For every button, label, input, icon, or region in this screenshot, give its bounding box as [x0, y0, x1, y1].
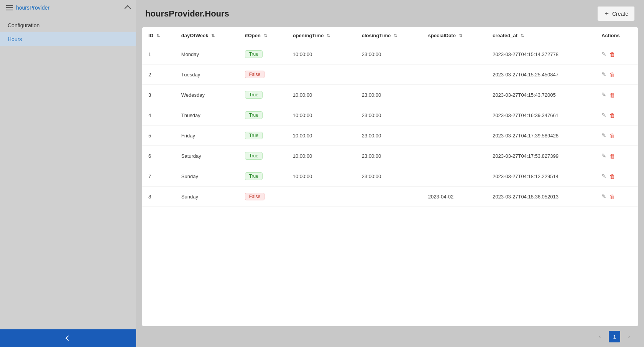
col-actions: Actions [595, 27, 638, 44]
cell-ifopen: True [239, 44, 287, 64]
ifopen-badge: False [245, 71, 264, 78]
cell-createdat: 2023-03-27T04:17:53.827399 [486, 146, 595, 166]
cell-dayofweek: Thusday [175, 105, 239, 126]
cell-actions: ✎ 🗑 [595, 166, 638, 187]
cell-id: 2 [142, 64, 175, 85]
cell-openingtime [287, 64, 356, 85]
cell-createdat: 2023-03-27T04:15:14.372778 [486, 44, 595, 64]
cell-dayofweek: Sunday [175, 187, 239, 207]
cell-actions: ✎ 🗑 [595, 85, 638, 105]
edit-icon[interactable]: ✎ [601, 51, 606, 58]
edit-icon[interactable]: ✎ [601, 152, 606, 159]
cell-ifopen: False [239, 187, 287, 207]
cell-dayofweek: Saturday [175, 146, 239, 166]
delete-icon[interactable]: 🗑 [610, 193, 615, 200]
main-header: hoursProvider.Hours ＋ Create [136, 0, 644, 27]
col-createdat[interactable]: created_at ⇅ [486, 27, 595, 44]
col-dayofweek[interactable]: dayOfWeek ⇅ [175, 27, 239, 44]
delete-icon[interactable]: 🗑 [610, 153, 615, 159]
cell-openingtime: 10:00:00 [287, 105, 356, 126]
edit-icon[interactable]: ✎ [601, 193, 606, 200]
hamburger-icon[interactable] [6, 5, 13, 10]
cell-actions: ✎ 🗑 [595, 64, 638, 85]
cell-dayofweek: Monday [175, 44, 239, 64]
edit-icon[interactable]: ✎ [601, 71, 606, 78]
table-row: 8 Sunday False 2023-04-02 2023-03-27T04:… [142, 187, 638, 207]
edit-icon[interactable]: ✎ [601, 132, 606, 139]
ifopen-badge: False [245, 193, 264, 200]
chevron-up-icon[interactable] [125, 5, 131, 12]
col-ifopen[interactable]: ifOpen ⇅ [239, 27, 287, 44]
cell-id: 5 [142, 126, 175, 146]
sidebar-item-configuration[interactable]: Configuration [0, 18, 136, 32]
sort-icon-openingtime: ⇅ [327, 33, 330, 38]
table-row: 2 Tuesday False 2023-03-27T04:15:25.4508… [142, 64, 638, 85]
sort-icon-dayofweek: ⇅ [211, 33, 215, 38]
cell-dayofweek: Tuesday [175, 64, 239, 85]
sidebar-title: hoursProvider [16, 5, 49, 11]
ifopen-badge: True [245, 172, 263, 180]
pagination-page-1[interactable]: 1 [609, 331, 620, 342]
cell-dayofweek: Friday [175, 126, 239, 146]
ifopen-badge: True [245, 50, 263, 58]
delete-icon[interactable]: 🗑 [610, 173, 615, 180]
cell-openingtime: 10:00:00 [287, 85, 356, 105]
cell-createdat: 2023-03-27T04:15:25.450847 [486, 64, 595, 85]
sort-icon-specialdate: ⇅ [459, 33, 462, 38]
sidebar-footer[interactable] [0, 329, 136, 347]
data-table-container: ID ⇅ dayOfWeek ⇅ ifOpen ⇅ openingTime ⇅ … [142, 27, 638, 326]
table-row: 1 Monday True 10:00:00 23:00:00 2023-03-… [142, 44, 638, 64]
cell-ifopen: True [239, 126, 287, 146]
table-row: 5 Friday True 10:00:00 23:00:00 2023-03-… [142, 126, 638, 146]
sidebar-item-hours[interactable]: Hours [0, 32, 136, 46]
create-button[interactable]: ＋ Create [597, 6, 635, 21]
pagination-next[interactable]: › [623, 331, 635, 342]
delete-icon[interactable]: 🗑 [610, 92, 615, 98]
ifopen-badge: True [245, 152, 263, 160]
sort-icon-closingtime: ⇅ [394, 33, 397, 38]
cell-closingtime [356, 64, 422, 85]
pagination: ‹ 1 › [136, 326, 644, 347]
cell-specialdate [422, 85, 486, 105]
pagination-prev[interactable]: ‹ [594, 331, 606, 342]
col-closingtime[interactable]: closingTime ⇅ [356, 27, 422, 44]
edit-icon[interactable]: ✎ [601, 91, 606, 98]
table-row: 3 Wedesday True 10:00:00 23:00:00 2023-0… [142, 85, 638, 105]
col-openingtime[interactable]: openingTime ⇅ [287, 27, 356, 44]
cell-createdat: 2023-03-27T04:16:39.347661 [486, 105, 595, 126]
next-arrow-icon: › [628, 334, 630, 339]
ifopen-badge: True [245, 111, 263, 119]
delete-icon[interactable]: 🗑 [610, 71, 615, 78]
sort-icon-createdat: ⇅ [521, 33, 524, 38]
cell-specialdate [422, 146, 486, 166]
cell-actions: ✎ 🗑 [595, 105, 638, 126]
cell-id: 4 [142, 105, 175, 126]
cell-actions: ✎ 🗑 [595, 187, 638, 207]
cell-closingtime: 23:00:00 [356, 105, 422, 126]
cell-closingtime: 23:00:00 [356, 166, 422, 187]
cell-actions: ✎ 🗑 [595, 126, 638, 146]
cell-createdat: 2023-03-27T04:17:39.589428 [486, 126, 595, 146]
cell-ifopen: False [239, 64, 287, 85]
delete-icon[interactable]: 🗑 [610, 51, 615, 58]
cell-ifopen: True [239, 146, 287, 166]
cell-createdat: 2023-03-27T04:18:36.052013 [486, 187, 595, 207]
delete-icon[interactable]: 🗑 [610, 132, 615, 139]
cell-ifopen: True [239, 85, 287, 105]
hours-table: ID ⇅ dayOfWeek ⇅ ifOpen ⇅ openingTime ⇅ … [142, 27, 638, 207]
cell-specialdate [422, 126, 486, 146]
cell-ifopen: True [239, 166, 287, 187]
edit-icon[interactable]: ✎ [601, 173, 606, 180]
table-row: 7 Sunday True 10:00:00 23:00:00 2023-03-… [142, 166, 638, 187]
page-title: hoursProvider.Hours [145, 9, 229, 19]
cell-openingtime [287, 187, 356, 207]
edit-icon[interactable]: ✎ [601, 112, 606, 119]
cell-openingtime: 10:00:00 [287, 44, 356, 64]
cell-dayofweek: Sunday [175, 166, 239, 187]
col-id[interactable]: ID ⇅ [142, 27, 175, 44]
delete-icon[interactable]: 🗑 [610, 112, 615, 119]
cell-openingtime: 10:00:00 [287, 166, 356, 187]
cell-id: 7 [142, 166, 175, 187]
col-specialdate[interactable]: specialDate ⇅ [422, 27, 486, 44]
chevron-left-icon [65, 335, 71, 341]
